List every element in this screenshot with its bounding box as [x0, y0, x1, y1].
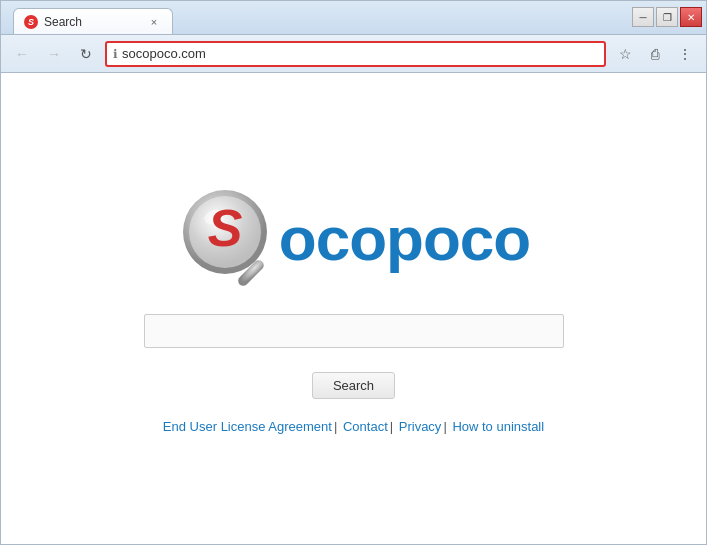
- bookmark-button[interactable]: ☆: [612, 41, 638, 67]
- address-bar-container[interactable]: ℹ: [105, 41, 606, 67]
- uninstall-link[interactable]: How to uninstall: [449, 419, 544, 434]
- close-button[interactable]: ✕: [680, 7, 702, 27]
- toolbar: ← → ↻ ℹ ☆ ⎙ ⋮: [1, 35, 706, 73]
- pdf-button[interactable]: ⎙: [642, 41, 668, 67]
- menu-button[interactable]: ⋮: [672, 41, 698, 67]
- sep-2: |: [390, 419, 393, 434]
- contact-link[interactable]: Contact: [339, 419, 387, 434]
- title-bar: S Search × ─ ❐ ✕: [1, 1, 706, 35]
- forward-button[interactable]: →: [41, 41, 67, 67]
- logo-magnifier: S: [177, 184, 287, 294]
- window-controls: ─ ❐ ✕: [632, 7, 702, 27]
- tab-title: Search: [44, 15, 140, 29]
- page-content: S ocopoco Search End User License Agreem…: [1, 73, 706, 544]
- refresh-button[interactable]: ↻: [73, 41, 99, 67]
- privacy-link[interactable]: Privacy: [395, 419, 441, 434]
- restore-button[interactable]: ❐: [656, 7, 678, 27]
- search-center: Search: [144, 314, 564, 399]
- sep-1: |: [334, 419, 337, 434]
- address-input[interactable]: [122, 46, 598, 61]
- sep-3: |: [443, 419, 446, 434]
- footer-links: End User License Agreement | Contact | P…: [163, 419, 544, 434]
- logo-text: ocopoco: [279, 203, 530, 274]
- logo-container: S ocopoco: [177, 184, 530, 294]
- back-button[interactable]: ←: [9, 41, 35, 67]
- svg-text:S: S: [207, 199, 242, 257]
- search-input[interactable]: [144, 314, 564, 348]
- tab-close-button[interactable]: ×: [146, 14, 162, 30]
- info-icon: ℹ: [113, 47, 118, 61]
- search-button[interactable]: Search: [312, 372, 395, 399]
- browser-window: S Search × ─ ❐ ✕ ← → ↻ ℹ ☆ ⎙ ⋮: [0, 0, 707, 545]
- active-tab[interactable]: S Search ×: [13, 8, 173, 34]
- search-box-container[interactable]: [144, 314, 564, 348]
- minimize-button[interactable]: ─: [632, 7, 654, 27]
- eula-link[interactable]: End User License Agreement: [163, 419, 332, 434]
- tab-bar: S Search ×: [5, 1, 173, 34]
- toolbar-right-buttons: ☆ ⎙ ⋮: [612, 41, 698, 67]
- tab-favicon: S: [24, 15, 38, 29]
